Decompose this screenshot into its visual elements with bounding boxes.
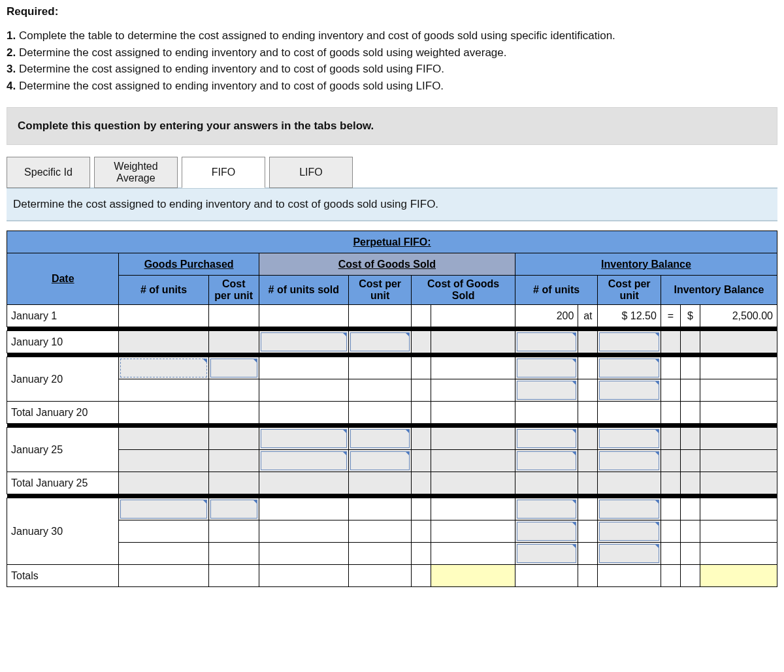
- jan1-inv-units: 200: [515, 305, 578, 327]
- table-row: [7, 450, 777, 472]
- jan20-inv-cost-input-2[interactable]: [598, 379, 661, 402]
- table-title: Perpetual FIFO:: [7, 231, 777, 253]
- table-row: [7, 379, 777, 402]
- table-row: January 30: [7, 498, 777, 520]
- col-inv-units: # of units: [515, 276, 597, 305]
- col-goods-cost: Cost per unit: [208, 276, 259, 305]
- row-total-jan20-label: Total January 20: [7, 402, 119, 424]
- col-section-goods: Goods Purchased: [119, 253, 259, 276]
- required-heading: Required:: [7, 5, 777, 18]
- row-totals-label: Totals: [7, 565, 119, 587]
- col-inv-cost: Cost per unit: [598, 276, 661, 305]
- col-cogs-total: Cost of Goods Sold: [412, 276, 515, 305]
- tab-description: Determine the cost assigned to ending in…: [7, 187, 777, 221]
- row-total-jan25-label: Total January 25: [7, 472, 119, 494]
- jan25-cogs-cost-input-2[interactable]: [348, 450, 411, 472]
- row-jan20-label: January 20: [7, 357, 119, 402]
- jan10-cogs-units-input[interactable]: [259, 331, 348, 353]
- jan20-inv-units-input-1[interactable]: [515, 357, 578, 379]
- req-4: Determine the cost assigned to ending in…: [19, 80, 444, 92]
- col-section-cogs: Cost of Goods Sold: [259, 253, 515, 276]
- req-1: Complete the table to determine the cost…: [19, 29, 615, 42]
- jan10-cogs-cost-input[interactable]: [348, 331, 411, 353]
- table-row: [7, 543, 777, 565]
- jan1-inv-cost: $ 12.50: [598, 305, 661, 327]
- jan30-inv-units-input-3[interactable]: [515, 543, 578, 565]
- jan25-cogs-units-input-2[interactable]: [259, 450, 348, 472]
- instruction-bar: Complete this question by entering your …: [7, 107, 777, 145]
- tab-lifo[interactable]: LIFO: [269, 157, 353, 188]
- totals-inv-balance-cell: [700, 565, 777, 587]
- jan30-goods-units-input[interactable]: [119, 498, 208, 520]
- row-jan30-label: January 30: [7, 498, 119, 565]
- col-section-inventory: Inventory Balance: [515, 253, 777, 276]
- jan10-inv-cost-input[interactable]: [598, 331, 661, 353]
- table-row: Totals: [7, 565, 777, 587]
- requirements-list: 1. Complete the table to determine the c…: [7, 27, 777, 94]
- jan30-inv-units-input-1[interactable]: [515, 498, 578, 520]
- tabs: Specific Id Weighted Average FIFO LIFO: [7, 157, 777, 188]
- jan30-inv-cost-input-1[interactable]: [598, 498, 661, 520]
- totals-cogs-cell: [431, 565, 515, 587]
- req-3: Determine the cost assigned to ending in…: [19, 63, 444, 75]
- jan30-inv-cost-input-3[interactable]: [598, 543, 661, 565]
- row-jan10-label: January 10: [7, 331, 119, 353]
- col-inv-balance: Inventory Balance: [661, 276, 777, 305]
- tab-fifo[interactable]: FIFO: [182, 157, 265, 188]
- dollar-label: $: [680, 305, 700, 327]
- equals-label: =: [661, 305, 680, 327]
- table-row: January 20: [7, 357, 777, 379]
- jan10-inv-units-input[interactable]: [515, 331, 578, 353]
- jan20-goods-cost-input[interactable]: [208, 357, 259, 379]
- table-row: January 25: [7, 428, 777, 450]
- col-cogs-units-sold: # of units sold: [259, 276, 348, 305]
- jan25-cogs-units-input-1[interactable]: [259, 428, 348, 450]
- col-date: Date: [7, 253, 119, 305]
- table-row: January 10: [7, 331, 777, 353]
- table-row: Total January 20: [7, 402, 777, 424]
- jan25-inv-cost-input-1[interactable]: [598, 428, 661, 450]
- table-row: January 1 200 at $ 12.50 = $ 2,500.00: [7, 305, 777, 327]
- jan25-inv-units-input-1[interactable]: [515, 428, 578, 450]
- jan20-inv-units-input-2[interactable]: [515, 379, 578, 402]
- tab-weighted-average[interactable]: Weighted Average: [94, 157, 178, 188]
- col-goods-units: # of units: [119, 276, 208, 305]
- row-jan1-label: January 1: [7, 305, 119, 327]
- jan25-cogs-cost-input-1[interactable]: [348, 428, 411, 450]
- jan1-inv-balance: 2,500.00: [700, 305, 777, 327]
- at-label: at: [578, 305, 598, 327]
- jan20-goods-units-input[interactable]: [119, 357, 208, 379]
- col-cogs-cost: Cost per unit: [348, 276, 411, 305]
- row-jan25-label: January 25: [7, 428, 119, 472]
- fifo-table: Perpetual FIFO: Date Goods Purchased Cos…: [7, 231, 777, 587]
- req-2: Determine the cost assigned to ending in…: [19, 46, 507, 59]
- jan20-inv-cost-input-1[interactable]: [598, 357, 661, 379]
- jan25-inv-cost-input-2[interactable]: [598, 450, 661, 472]
- jan30-goods-cost-input[interactable]: [208, 498, 259, 520]
- jan25-inv-units-input-2[interactable]: [515, 450, 578, 472]
- table-row: Total January 25: [7, 472, 777, 494]
- jan30-inv-units-input-2[interactable]: [515, 520, 578, 543]
- tab-specific-id[interactable]: Specific Id: [7, 157, 90, 188]
- jan30-inv-cost-input-2[interactable]: [598, 520, 661, 543]
- table-row: [7, 520, 777, 543]
